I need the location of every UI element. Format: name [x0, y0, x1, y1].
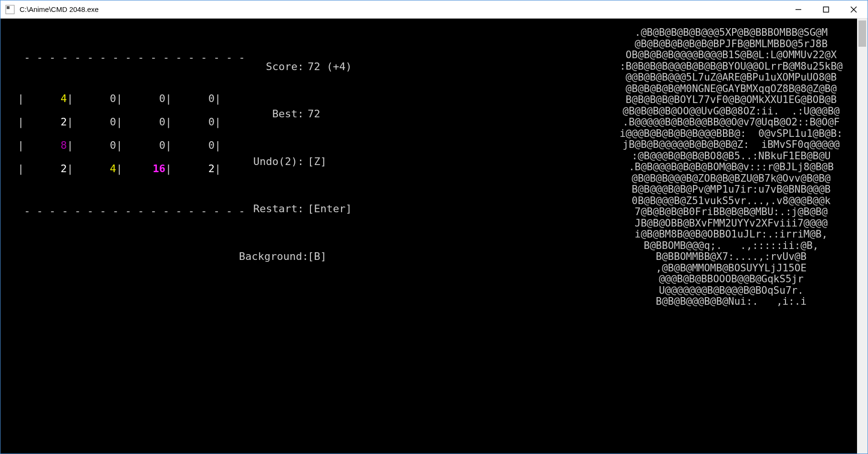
board-cell: 2 [24, 111, 67, 134]
ascii-art: .@B@B@B@B@B@@@5XP@B@BBBOMBB@SG@M @B@B@B@… [620, 27, 843, 308]
content-area: - - - - - - - - - - - - - - - - - - |4|0… [0, 19, 868, 454]
undo-row: Undo(2):[Z] [239, 150, 352, 174]
board-cell: 8 [24, 134, 67, 157]
svg-rect-3 [824, 7, 829, 12]
board-border-top: - - - - - - - - - - - - - - - - - - [18, 52, 251, 63]
titlebar: C:\Anime\CMD 2048.exe [0, 0, 868, 19]
best-row: Best:72 [239, 103, 352, 126]
board-cell: 0 [73, 111, 116, 134]
restart-row: Restart:[Enter] [239, 197, 352, 221]
board-cell: 0 [123, 87, 165, 110]
score-label: Score: [239, 55, 304, 78]
svg-rect-1 [7, 6, 10, 9]
svg-line-4 [851, 7, 857, 12]
score-row: Score:72 (+4) [239, 55, 352, 79]
board-cell: 0 [73, 134, 116, 157]
restart-label: Restart: [239, 197, 304, 220]
board-row: |4|0|0|0| [18, 87, 251, 111]
maximize-button[interactable] [812, 0, 840, 18]
close-button[interactable] [840, 0, 868, 18]
board-row: |2|0|0|0| [18, 111, 251, 134]
console-window: C:\Anime\CMD 2048.exe - - - - - - - - - … [0, 0, 868, 454]
board-cell: 4 [73, 157, 116, 180]
board-cell: 4 [24, 87, 67, 110]
best-label: Best: [239, 103, 304, 125]
board-row: |2|4|16|2| [18, 157, 251, 181]
background-row: Background:[B] [239, 245, 352, 268]
board-cell: 0 [123, 134, 165, 157]
scrollbar-thumb[interactable] [858, 21, 866, 47]
minimize-button[interactable] [785, 0, 812, 18]
board-cell: 2 [172, 157, 215, 180]
board-cell: 0 [172, 111, 215, 134]
score-value: 72 (+4) [304, 61, 352, 72]
undo-label: Undo(2): [239, 150, 304, 173]
board-cell: 0 [172, 87, 215, 110]
console-output[interactable]: - - - - - - - - - - - - - - - - - - |4|0… [0, 19, 857, 454]
board-cell: 0 [73, 87, 116, 110]
undo-key: [Z] [304, 155, 327, 167]
board-cell: 0 [172, 134, 215, 157]
app-icon [5, 5, 15, 14]
board-row: |8|0|0|0| [18, 134, 251, 157]
window-controls [785, 0, 868, 18]
restart-key: [Enter] [304, 203, 352, 215]
board-border-bottom: - - - - - - - - - - - - - - - - - - [18, 205, 251, 217]
board-cell: 0 [123, 111, 165, 134]
window-title: C:\Anime\CMD 2048.exe [20, 5, 785, 13]
board-cell: 2 [24, 157, 67, 180]
background-key: [B] [304, 250, 327, 262]
board-cell: 16 [123, 157, 165, 180]
game-stats: Score:72 (+4) Best:72 Undo(2):[Z] Restar… [239, 31, 352, 293]
svg-line-5 [851, 7, 857, 12]
best-value: 72 [304, 108, 320, 120]
game-board: - - - - - - - - - - - - - - - - - - |4|0… [18, 27, 251, 241]
scrollbar-track[interactable] [857, 19, 868, 454]
background-label: Background: [239, 245, 304, 268]
